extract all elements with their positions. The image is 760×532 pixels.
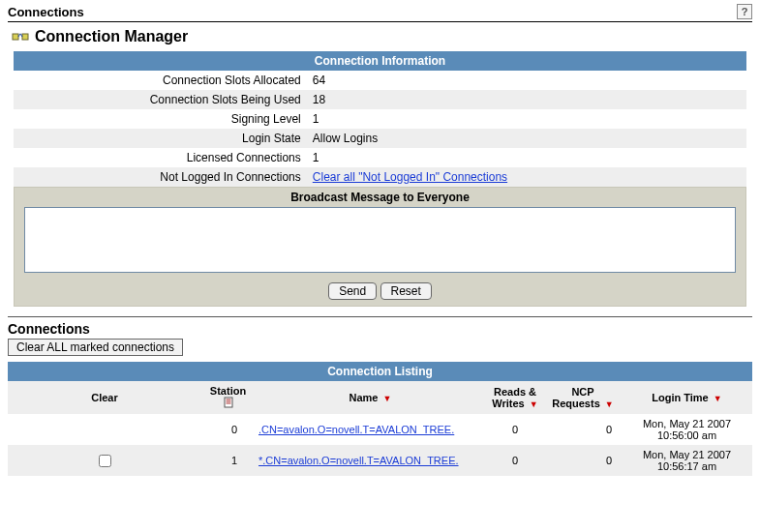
label-login-state: Login State xyxy=(14,129,307,148)
filter-icon[interactable] xyxy=(224,397,233,408)
col-header-ncp-label: NCP Requests xyxy=(552,386,600,409)
cell-reads-writes: 0 xyxy=(486,445,544,476)
col-header-clear-label: Clear xyxy=(91,392,118,403)
connector-icon xyxy=(12,28,29,45)
login-date: Mon, May 21 2007 xyxy=(643,449,731,460)
connection-name-link[interactable]: *.CN=avalon.O=novell.T=AVALON_TREE. xyxy=(258,455,459,466)
manager-header: Connection Manager xyxy=(12,28,752,45)
connections-heading: Connections xyxy=(8,321,752,337)
page-title: Connections xyxy=(8,5,84,19)
broadcast-panel: Broadcast Message to Everyone Send Reset xyxy=(14,187,746,307)
sort-arrow-icon: ▼ xyxy=(605,399,614,409)
cell-clear xyxy=(8,414,201,445)
cell-name: *.CN=avalon.O=novell.T=AVALON_TREE. xyxy=(255,445,486,476)
label-slots-allocated: Connection Slots Allocated xyxy=(14,71,307,90)
col-header-clear[interactable]: Clear xyxy=(8,381,201,414)
label-licensed: Licensed Connections xyxy=(14,148,307,167)
connection-listing-band: Connection Listing xyxy=(8,362,752,381)
col-header-name-label: Name xyxy=(350,392,379,403)
table-row: 0.CN=avalon.O=novell.T=AVALON_TREE.00Mon… xyxy=(8,414,752,445)
sort-arrow-icon: ▼ xyxy=(530,399,538,409)
section-divider xyxy=(8,316,752,317)
col-header-ncp[interactable]: NCP Requests ▼ xyxy=(544,381,622,414)
cell-station: 1 xyxy=(201,445,255,476)
clear-all-marked-button[interactable]: Clear ALL marked connections xyxy=(8,339,183,356)
cell-reads-writes: 0 xyxy=(486,414,544,445)
help-icon[interactable]: ? xyxy=(737,4,752,19)
cell-ncp: 0 xyxy=(544,414,622,445)
login-date: Mon, May 21 2007 xyxy=(643,418,731,429)
clear-checkbox[interactable] xyxy=(99,455,111,467)
send-button[interactable]: Send xyxy=(328,282,377,300)
cell-ncp: 0 xyxy=(544,445,622,476)
value-login-state: Allow Logins xyxy=(307,129,746,148)
label-signing-level: Signing Level xyxy=(14,109,307,129)
connection-listing-table: Clear Station Name ▼ Reads & Write xyxy=(8,381,752,476)
cell-name: .CN=avalon.O=novell.T=AVALON_TREE. xyxy=(255,414,486,445)
connection-name-link[interactable]: .CN=avalon.O=novell.T=AVALON_TREE. xyxy=(258,424,454,435)
cell-login-time: Mon, May 21 200710:56:00 am xyxy=(622,414,752,445)
manager-heading: Connection Manager xyxy=(35,28,188,45)
svg-rect-1 xyxy=(22,34,28,40)
col-header-login-time[interactable]: Login Time ▼ xyxy=(622,381,752,414)
cell-station: 0 xyxy=(201,414,255,445)
broadcast-textarea[interactable] xyxy=(24,207,736,273)
login-time: 10:56:00 am xyxy=(657,429,716,441)
clear-not-logged-in-link[interactable]: Clear all "Not Logged In" Connections xyxy=(313,170,507,184)
cell-clear xyxy=(8,445,201,476)
col-header-name[interactable]: Name ▼ xyxy=(255,381,486,414)
col-header-station[interactable]: Station xyxy=(201,381,255,414)
login-time: 10:56:17 am xyxy=(657,460,716,472)
value-signing-level: 1 xyxy=(307,109,746,129)
col-header-reads-writes[interactable]: Reads & Writes ▼ xyxy=(486,381,544,414)
page-header: Connections ? xyxy=(8,4,752,22)
broadcast-title: Broadcast Message to Everyone xyxy=(15,188,745,207)
svg-rect-0 xyxy=(13,34,18,40)
label-slots-used: Connection Slots Being Used xyxy=(14,90,307,109)
label-not-logged-in: Not Logged In Connections xyxy=(14,167,307,187)
value-licensed: 1 xyxy=(307,148,746,167)
table-row: 1*.CN=avalon.O=novell.T=AVALON_TREE.00Mo… xyxy=(8,445,752,476)
col-header-station-label: Station xyxy=(210,385,246,397)
value-slots-used: 18 xyxy=(307,90,746,109)
sort-arrow-icon: ▼ xyxy=(714,394,722,403)
col-header-login-label: Login Time xyxy=(652,392,708,403)
cell-login-time: Mon, May 21 200710:56:17 am xyxy=(622,445,752,476)
value-slots-allocated: 64 xyxy=(307,71,746,90)
sort-arrow-icon: ▼ xyxy=(383,394,392,403)
connection-info-table: Connection Slots Allocated 64 Connection… xyxy=(14,71,746,187)
connection-info-band: Connection Information xyxy=(14,51,746,71)
reset-button[interactable]: Reset xyxy=(380,282,432,300)
